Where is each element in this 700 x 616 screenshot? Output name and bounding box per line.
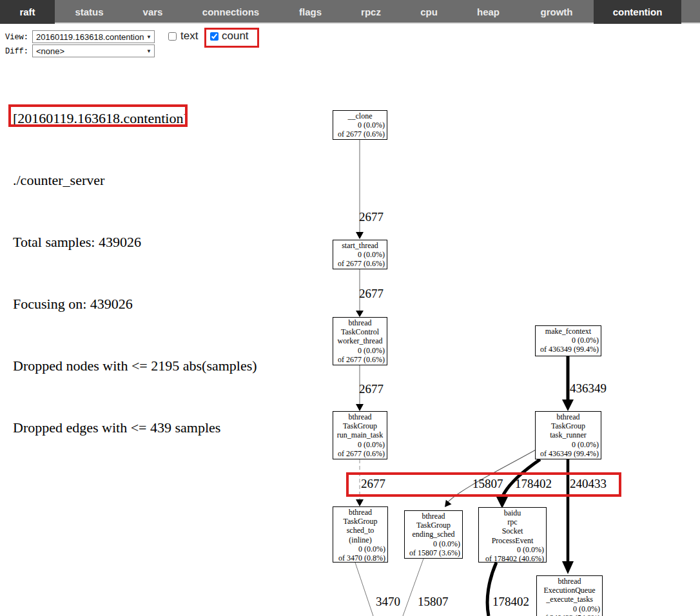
tab-flags[interactable]: flags xyxy=(280,0,341,24)
chevron-down-icon: ▼ xyxy=(146,48,151,54)
node-sample-stats: 0 (0.0%) of 436349 (99.4%) xyxy=(536,440,601,458)
tab-heap[interactable]: heap xyxy=(457,0,520,24)
node-sample-stats: 0 (0.0%) of 15807 (3.6%) xyxy=(405,539,462,557)
edge-label: 2677 xyxy=(359,287,384,300)
node-sample-stats: 0 (0.0%) of 3470 (0.8%) xyxy=(333,544,387,563)
diff-select[interactable]: <none> ▼ xyxy=(32,44,155,57)
node-sample-stats: 0 (0.0%) of 436349 (99.4%) xyxy=(536,336,601,354)
tab-cpu[interactable]: cpu xyxy=(401,0,457,24)
node-function-name: bthread TaskControl worker_thread xyxy=(333,318,387,346)
tab-growth[interactable]: growth xyxy=(520,0,594,24)
edge-label: 3470 xyxy=(376,595,400,608)
annotation-count-checkbox xyxy=(204,28,259,48)
node-function-name: baidu rpc Socket ProcessEvent xyxy=(479,508,546,545)
graph-node-make-fcontext: make_fcontext 0 (0.0%) of 436349 (99.4%) xyxy=(535,325,601,356)
node-function-name: bthread TaskGroup task_runner xyxy=(536,412,601,440)
tab-vars[interactable]: vars xyxy=(124,0,182,24)
tab-raft[interactable]: raft xyxy=(0,0,55,24)
edge-label: 178402 xyxy=(492,595,529,608)
focusing-line: Focusing on: 439026 xyxy=(13,294,257,314)
node-sample-stats: 0 (0.0%) of 240433 (54.8%) xyxy=(537,604,602,616)
graph-node-process-event: baidu rpc Socket ProcessEvent 0 (0.0%) o… xyxy=(478,507,547,563)
annotation-total-samples xyxy=(8,104,188,127)
diff-label: Diff: xyxy=(5,47,28,56)
node-sample-stats: 0 (0.0%) of 2677 (0.6%) xyxy=(333,440,387,458)
graph-node-sched-to: bthread TaskGroup sched_to (inline) 0 (0… xyxy=(333,506,388,563)
edge-label: 2677 xyxy=(359,210,384,224)
node-function-name: make_fcontext xyxy=(536,327,601,336)
node-sample-stats: 0 (0.0%) of 178402 (40.6%) xyxy=(479,545,546,563)
node-function-name: bthread TaskGroup run_main_task xyxy=(333,412,387,440)
node-sample-stats: 0 (0.0%) of 2677 (0.6%) xyxy=(333,250,387,268)
tab-connections[interactable]: connections xyxy=(182,0,280,24)
node-function-name: start_thread xyxy=(333,241,387,250)
edge-label: 15807 xyxy=(418,595,449,608)
edge-label: 2677 xyxy=(359,382,384,396)
node-sample-stats: 0 (0.0%) of 2677 (0.6%) xyxy=(333,346,387,364)
edge-label: 436349 xyxy=(570,381,607,395)
top-nav-bar: raft status vars connections flags rpcz … xyxy=(0,0,700,24)
annotation-edge-labels xyxy=(346,472,621,497)
chevron-down-icon: ▼ xyxy=(146,34,151,40)
node-sample-stats: 0 (0.0%) of 2677 (0.6%) xyxy=(333,120,387,139)
graph-node-start-thread: start_thread 0 (0.0%) of 2677 (0.6%) xyxy=(333,240,387,269)
graph-node-worker-thread: bthread TaskControl worker_thread 0 (0.0… xyxy=(333,317,387,365)
graph-node-clone: __clone 0 (0.0%) of 2677 (0.6%) xyxy=(333,110,387,140)
node-function-name: bthread TaskGroup sched_to (inline) xyxy=(333,508,387,544)
text-checkbox-label: text xyxy=(180,30,198,43)
binary-name: ./counter_server xyxy=(13,170,257,191)
tab-status[interactable]: status xyxy=(55,0,124,24)
dropped-nodes-line: Dropped nodes with <= 2195 abs(samples) xyxy=(13,356,257,376)
tab-rpcz[interactable]: rpcz xyxy=(341,0,401,24)
dropped-edges-line: Dropped edges with <= 439 samples xyxy=(13,418,257,438)
node-function-name: bthread ExecutionQueue _execute_tasks xyxy=(537,577,602,604)
graph-node-run-main-task: bthread TaskGroup run_main_task 0 (0.0%)… xyxy=(333,411,387,459)
diff-select-value: <none> xyxy=(36,46,64,56)
graph-node-ending-sched: bthread TaskGroup ending_sched 0 (0.0%) … xyxy=(404,510,463,559)
view-select[interactable]: 20160119.163618.contention ▼ xyxy=(32,30,155,43)
graph-node-task-runner: bthread TaskGroup task_runner 0 (0.0%) o… xyxy=(535,411,601,459)
node-function-name: __clone xyxy=(333,111,387,120)
text-checkbox[interactable] xyxy=(168,32,177,41)
node-function-name: bthread TaskGroup ending_sched xyxy=(405,512,462,539)
view-label: View: xyxy=(5,33,28,42)
view-select-value: 20160119.163618.contention xyxy=(36,32,144,42)
graph-node-execute-tasks: bthread ExecutionQueue _execute_tasks 0 … xyxy=(536,575,603,616)
tab-contention[interactable]: contention xyxy=(594,0,681,24)
total-samples-line: Total samples: 439026 xyxy=(13,232,257,253)
